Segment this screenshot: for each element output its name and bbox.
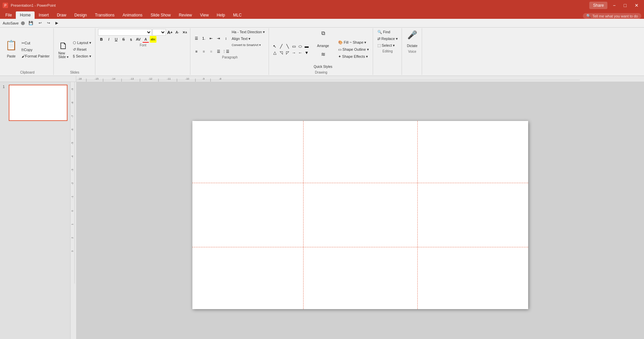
paste-button[interactable]: 📋 Paste [3, 39, 19, 59]
tab-transitions[interactable]: Transitions [91, 11, 119, 19]
quick-styles-button[interactable]: ≋ Quick Styles [312, 50, 334, 70]
tab-design[interactable]: Design [70, 11, 91, 19]
shape-line[interactable]: ╱ [278, 43, 284, 49]
share-button[interactable]: Share [589, 2, 607, 9]
svg-text:-8: -8 [219, 77, 222, 80]
text-direction-button[interactable]: Ha - Text Direction ▾ [230, 29, 267, 35]
align-text-button[interactable]: Align Text ▾ [230, 36, 267, 42]
shapes-more[interactable]: ▼ [304, 50, 310, 56]
bullets-button[interactable]: ☰ [193, 35, 200, 42]
shape-select-arrow[interactable]: ↖ [272, 43, 278, 49]
clear-formatting-button[interactable]: ✕a [181, 29, 188, 36]
shape-triangle[interactable]: △ [272, 50, 278, 56]
slides-group: 🗋 NewSlide ▾ ⬡ Layout ▾ ↺ Reset § Sectio… [54, 28, 95, 75]
line-spacing-button[interactable]: ↕ [223, 35, 229, 42]
copy-button[interactable]: ⎘ Copy [20, 47, 51, 53]
align-right-button[interactable]: ≡ [208, 48, 215, 55]
maximize-button[interactable]: □ [621, 3, 629, 8]
new-slide-button[interactable]: 🗋 NewSlide ▾ [56, 39, 71, 60]
font-group: A+ A- ✕a B I U S s AV A abc Font [96, 28, 190, 75]
find-button[interactable]: 🔍 Find [376, 29, 400, 35]
columns-button[interactable]: ⋮☰ [223, 48, 229, 55]
svg-text:-5: -5 [71, 142, 74, 144]
close-button[interactable]: ✕ [632, 3, 641, 8]
para-text-options: Ha - Text Direction ▾ Align Text ▾ Conve… [230, 29, 267, 48]
new-slide-icon: 🗋 [59, 40, 68, 51]
tab-slideshow[interactable]: Slide Show [146, 11, 175, 19]
autosave-label: AutoSave [3, 21, 19, 25]
increase-font-button[interactable]: A+ [167, 29, 173, 36]
align-center-button[interactable]: ≡ [200, 48, 207, 55]
increase-indent-button[interactable]: ⇥ [215, 35, 222, 42]
convert-smartart-button[interactable]: Convert to SmartArt ▾ [230, 42, 267, 48]
slide-thumbnail[interactable] [9, 85, 67, 121]
tab-bar: File Home Insert Draw Design Transitions… [0, 11, 644, 19]
shape-oval[interactable]: ⬭ [297, 43, 303, 49]
arrange-button[interactable]: ⧉ Arrange [312, 29, 334, 49]
select-button[interactable]: ⬚ Select ▾ [376, 42, 400, 49]
tab-draw[interactable]: Draw [53, 11, 70, 19]
char-spacing-button[interactable]: AV [135, 36, 142, 43]
dictate-button[interactable]: 🎤 Dictate [405, 29, 420, 49]
tab-file[interactable]: File [1, 11, 16, 19]
shape-rtriangle2[interactable]: ◸ [284, 50, 290, 56]
svg-text:-15: -15 [95, 77, 99, 80]
layout-button[interactable]: ⬡ Layout ▾ [71, 40, 93, 46]
shape-arrow-left[interactable]: ← [297, 50, 303, 56]
undo-button[interactable]: ↩ [37, 20, 43, 26]
cut-button[interactable]: ✂ Cut [20, 40, 51, 46]
svg-text:-1: -1 [71, 196, 74, 198]
svg-text:-11: -11 [167, 77, 171, 80]
slide-number: 1 [3, 85, 7, 89]
shape-fill-button[interactable]: 🎨 Fill ~ Shape ▾ [336, 39, 371, 46]
tab-view[interactable]: View [196, 11, 213, 19]
numbering-button[interactable]: 1. [200, 35, 207, 42]
ruler-v-svg: -9 -8 -7 -6 -5 -4 -3 -2 -1 0 1 2 3 [71, 82, 77, 339]
redo-button[interactable]: ↪ [45, 20, 52, 26]
bold-button[interactable]: B [98, 36, 105, 43]
shape-rtriangle[interactable]: ◹ [278, 50, 284, 56]
tab-animations[interactable]: Animations [119, 11, 146, 19]
canvas-scroll-area[interactable] [77, 82, 644, 339]
shape-effects-button[interactable]: ✦ Shape Effects ▾ [336, 53, 371, 60]
strikethrough-button[interactable]: S [120, 36, 127, 43]
tab-review[interactable]: Review [175, 11, 196, 19]
align-left-button[interactable]: ≡ [193, 48, 200, 55]
ruler-h-svg: -16 -15 -14 -13 -12 -11 -10 -9 - [76, 76, 644, 82]
shape-rect[interactable]: ▭ [291, 43, 297, 49]
italic-button[interactable]: I [105, 36, 112, 43]
reset-button[interactable]: ↺ Reset [71, 46, 93, 53]
tab-mlc[interactable]: MLC [229, 11, 245, 19]
decrease-indent-button[interactable]: ⇤ [208, 35, 215, 42]
font-name-select[interactable] [98, 29, 152, 36]
justify-button[interactable]: ☰ [215, 48, 222, 55]
save-button[interactable]: 💾 [27, 20, 35, 26]
shape-arrow-right[interactable]: → [291, 50, 297, 56]
tab-home[interactable]: Home [16, 11, 35, 19]
search-icon: 🔍 [586, 14, 591, 18]
font-highlight-button[interactable]: abc [150, 36, 156, 43]
tab-help[interactable]: Help [213, 11, 229, 19]
decrease-font-button[interactable]: A- [174, 29, 181, 36]
minimize-button[interactable]: − [610, 3, 618, 8]
ribbon-content: 📋 Paste ✂ Cut ⎘ Copy 🖌 Format Painter Cl… [0, 28, 644, 76]
replace-button[interactable]: ⇄ Replace ▾ [376, 36, 400, 42]
shadow-button[interactable]: s [128, 36, 134, 43]
svg-text:-9: -9 [202, 77, 205, 80]
clipboard-group: 📋 Paste ✂ Cut ⎘ Copy 🖌 Format Painter Cl… [1, 28, 54, 75]
underline-button[interactable]: U [113, 36, 120, 43]
autosave-toggle[interactable]: ⬤ [21, 21, 25, 25]
shape-line2[interactable]: ╲ [284, 43, 290, 49]
tab-insert[interactable]: Insert [35, 11, 53, 19]
section-button[interactable]: § Section ▾ [71, 53, 93, 59]
title-bar: P Presentation1 - PowerPoint Share − □ ✕ [0, 0, 644, 11]
ruler-row: -16 -15 -14 -13 -12 -11 -10 -9 - [0, 76, 644, 82]
font-color-button[interactable]: A [142, 36, 149, 43]
doc-title: Presentation1 - PowerPoint [11, 3, 56, 7]
search-box[interactable]: 🔍 Tell me what you want to do [583, 13, 641, 19]
font-size-select[interactable] [152, 29, 166, 36]
shape-outline-button[interactable]: ▭ Shape Outline ▾ [336, 46, 371, 53]
present-button[interactable]: ▶ [54, 20, 60, 26]
format-painter-button[interactable]: 🖌 Format Painter [20, 53, 51, 59]
shape-rect2[interactable]: ▬ [304, 43, 310, 49]
